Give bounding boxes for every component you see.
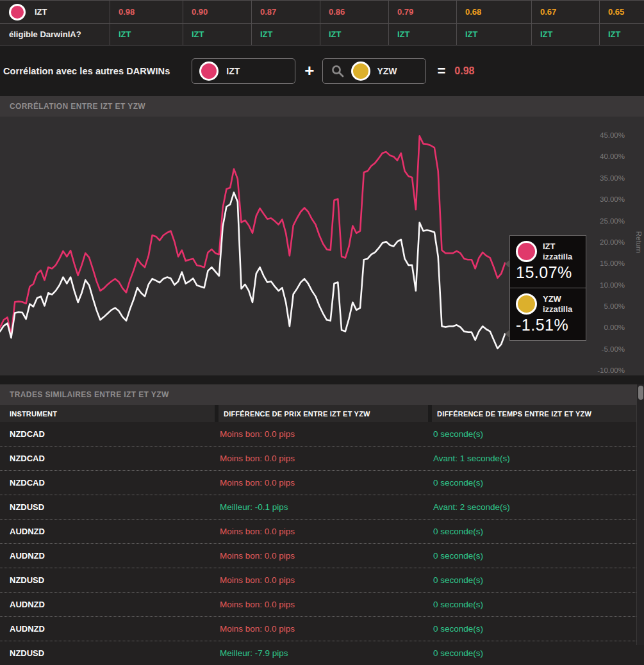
matrix-correlation-cell: 0.65 (600, 1, 644, 23)
instrument-cell: NZDCAD (0, 478, 215, 488)
chart-section-header: CORRÉLATION ENTRE IZT ET YZW (0, 96, 644, 117)
time-diff-cell: 0 seconde(s) (428, 478, 644, 488)
matrix-eligible-darwin-link[interactable]: IZT (183, 24, 252, 45)
table-row: AUDNZDMoins bon: 0.0 pips0 seconde(s) (0, 617, 644, 641)
chart-tooltip: IZT izzatilla 15.07% YZW izzatilla -1.51… (509, 235, 586, 341)
matrix-correlation-cell: 0.86 (320, 1, 389, 23)
col-header-time-diff: DIFFÉRENCE DE TEMPS ENTRE IZT ET YZW (428, 405, 644, 422)
price-diff-cell: Moins bon: 0.0 pips (215, 478, 428, 488)
instrument-cell: NZDCAD (0, 429, 215, 439)
table-row: NZDUSDMeilleur: -0.1 pipsAvant: 2 second… (0, 495, 644, 520)
darwin1-select[interactable]: IZT (192, 58, 295, 84)
instrument-cell: AUDNZD (0, 527, 215, 536)
price-diff-cell: Moins bon: 0.0 pips (215, 624, 428, 634)
instrument-cell: NZDUSD (0, 575, 215, 585)
darwin1-izt-icon (199, 62, 219, 81)
y-tick-label: 0.00% (580, 324, 625, 331)
chart-section-title: CORRÉLATION ENTRE IZT ET YZW (10, 102, 145, 111)
search-icon (331, 64, 345, 78)
matrix-eligible-darwin-link[interactable]: IZT (600, 24, 644, 45)
spacer (0, 375, 644, 384)
matrix-eligible-darwin-link[interactable]: IZT (320, 24, 389, 45)
price-diff-cell: Moins bon: 0.0 pips (215, 575, 428, 585)
y-tick-label: 45.00% (580, 131, 625, 139)
time-diff-cell: 0 seconde(s) (428, 600, 644, 609)
correlation-result: 0.98 (454, 65, 474, 77)
matrix-eligible-darwin-link[interactable]: IZT (389, 24, 457, 45)
matrix-eligible-darwin-link[interactable]: IZT (110, 24, 183, 45)
price-diff-cell: Meilleur: -0.1 pips (215, 502, 428, 512)
y-tick-label: 35.00% (580, 174, 625, 182)
time-diff-cell: Avant: 1 seconde(s) (428, 454, 644, 463)
table-row: NZDUSDMeilleur: -7.9 pips0 seconde(s) (0, 641, 644, 665)
trades-table-header: INSTRUMENT DIFFÉRENCE DE PRIX ENTRE IZT … (0, 405, 644, 422)
table-row: AUDNZDMoins bon: 0.0 pips0 seconde(s) (0, 544, 644, 568)
correlation-matrix: IZT 0.980.900.870.860.790.680.670.65 éli… (0, 0, 644, 45)
tooltip-izt-value: 15.07% (516, 263, 580, 282)
instrument-cell: NZDCAD (0, 454, 215, 463)
tooltip-yzw-icon (516, 293, 537, 315)
matrix-eligible-header-cell: éligible DarwinIA? (0, 24, 110, 45)
plus-operator: + (304, 61, 314, 81)
tooltip-izt-arrow-icon (505, 259, 510, 268)
time-diff-cell: Avant: 2 seconde(s) (428, 502, 644, 512)
col-header-price-diff: DIFFÉRENCE DE PRIX ENTRE IZT ET YZW (215, 405, 428, 422)
y-tick-label: 25.00% (580, 217, 625, 225)
table-row: AUDNZDMoins bon: 0.0 pips0 seconde(s) (0, 520, 644, 544)
correlation-chart[interactable]: 45.00%40.00%35.00%30.00%25.00%20.00%15.0… (0, 117, 644, 375)
price-diff-cell: Moins bon: 0.0 pips (215, 527, 428, 536)
instrument-cell: AUDNZD (0, 551, 215, 561)
tooltip-yzw-box: YZW izzatilla -1.51% (509, 288, 586, 341)
instrument-cell: NZDUSD (0, 648, 215, 658)
equals-sign: = (437, 63, 445, 79)
matrix-correlation-cell: 0.90 (183, 1, 252, 23)
matrix-darwin-row: IZT 0.980.900.870.860.790.680.670.65 (0, 1, 644, 24)
time-diff-cell: 0 seconde(s) (428, 429, 644, 439)
instrument-cell: AUDNZD (0, 624, 215, 634)
matrix-correlation-cell: 0.87 (252, 1, 320, 23)
y-tick-label: 20.00% (580, 238, 625, 246)
tooltip-izt-owner: izzatilla (543, 252, 572, 261)
matrix-eligible-label: éligible DarwinIA? (9, 29, 81, 39)
darwin1-code: IZT (226, 66, 240, 76)
table-row: NZDCADMoins bon: 0.0 pipsAvant: 1 second… (0, 447, 644, 471)
matrix-correlation-cell: 0.98 (110, 1, 183, 23)
y-tick-label: 40.00% (580, 152, 625, 160)
time-diff-cell: 0 seconde(s) (428, 648, 644, 658)
price-diff-cell: Meilleur: -7.9 pips (215, 648, 428, 658)
time-diff-cell: 0 seconde(s) (428, 624, 644, 634)
tooltip-yzw-owner: izzatilla (543, 304, 572, 314)
matrix-eligible-row: éligible DarwinIA? IZTIZTIZTIZTIZTIZTIZT… (0, 24, 644, 45)
y-tick-label: 10.00% (580, 281, 625, 289)
series-line-izt (0, 136, 505, 335)
matrix-darwin-label: IZT (35, 7, 47, 17)
darwin2-search-select[interactable]: YZW (322, 58, 426, 84)
correlation-selector-bar: Corrélation avec les autres DARWINs IZT … (0, 45, 644, 96)
trades-section-header: TRADES SIMILAIRES ENTRE IZT ET YZW (0, 384, 644, 405)
col-header-instrument: INSTRUMENT (0, 405, 215, 422)
matrix-eligible-darwin-link[interactable]: IZT (252, 24, 320, 45)
matrix-eligible-darwin-link[interactable]: IZT (532, 24, 600, 45)
matrix-darwin-cell[interactable]: IZT (0, 1, 110, 23)
time-diff-cell: 0 seconde(s) (428, 575, 644, 585)
vertical-scrollbar[interactable] (636, 384, 644, 645)
table-row: NZDCADMoins bon: 0.0 pips0 seconde(s) (0, 422, 644, 447)
darwin2-code: YZW (377, 66, 397, 76)
y-tick-label: 5.00% (580, 302, 625, 310)
matrix-correlation-cell: 0.79 (389, 1, 457, 23)
tooltip-yzw-name: YZW (543, 294, 572, 304)
table-row: AUDNZDMoins bon: 0.0 pips0 seconde(s) (0, 593, 644, 617)
matrix-correlation-cell: 0.67 (532, 1, 600, 23)
instrument-cell: AUDNZD (0, 600, 215, 609)
chart-plot-area[interactable] (0, 117, 590, 375)
similar-trades-section: TRADES SIMILAIRES ENTRE IZT ET YZW INSTR… (0, 384, 644, 665)
tooltip-izt-icon (516, 241, 537, 262)
tooltip-yzw-value: -1.51% (516, 316, 580, 334)
trades-section-title: TRADES SIMILAIRES ENTRE IZT ET YZW (10, 390, 169, 399)
tooltip-izt-box: IZT izzatilla 15.07% (509, 235, 586, 288)
matrix-correlation-cell: 0.68 (457, 1, 532, 23)
matrix-eligible-darwin-link[interactable]: IZT (457, 24, 532, 45)
scrollbar-thumb[interactable] (638, 386, 643, 400)
price-diff-cell: Moins bon: 0.0 pips (215, 454, 428, 463)
price-diff-cell: Moins bon: 0.0 pips (215, 600, 428, 609)
